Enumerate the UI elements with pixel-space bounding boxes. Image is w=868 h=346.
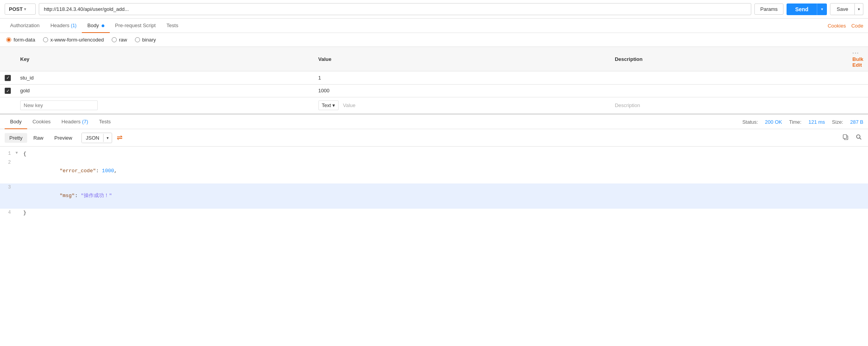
send-button-group: Send ▾ — [787, 3, 827, 15]
line-num-1: 1 — [0, 150, 16, 157]
time-value: 121 ms — [808, 119, 825, 125]
body-type-row: form-data x-www-form-urlencoded raw bina… — [0, 33, 868, 47]
new-desc-placeholder: Description — [615, 102, 640, 108]
preview-button[interactable]: Preview — [50, 133, 77, 143]
wrap-icon[interactable]: ⇌ — [117, 133, 123, 142]
response-section: Body Cookies Headers (7) Tests Status: 2… — [0, 114, 868, 220]
line-content-2: "error_code": 1000, — [22, 159, 868, 183]
type-select-label: JSON — [82, 133, 103, 143]
tab-body[interactable]: Body — [82, 19, 109, 33]
svg-rect-1 — [843, 135, 847, 138]
method-chevron-icon: ▾ — [24, 7, 26, 11]
urlencoded-radio[interactable]: x-www-form-urlencoded — [43, 37, 104, 43]
type-dropdown-icon: ▾ — [332, 102, 335, 108]
save-dropdown-button[interactable]: ▾ — [855, 3, 863, 15]
line-content-1: { — [22, 150, 868, 158]
line-content-3: "msg": "操作成功！" — [22, 184, 868, 208]
dots-col-header: ··· Bulk Edit — [848, 47, 868, 71]
status-label: Status: — [742, 119, 758, 125]
dots-icon[interactable]: ··· — [852, 50, 859, 56]
send-button[interactable]: Send — [787, 3, 817, 15]
params-button[interactable]: Params — [754, 3, 783, 15]
top-bar: POST ▾ Params Send ▾ Save ▾ — [0, 0, 868, 19]
row1-checkbox[interactable] — [5, 75, 11, 81]
raw-radio[interactable]: raw — [112, 37, 127, 43]
value-col-header: Value — [314, 47, 610, 71]
tab-authorization[interactable]: Authorization — [5, 19, 45, 33]
new-value-placeholder: Value — [343, 102, 355, 108]
method-label: POST — [9, 6, 22, 12]
line-num-2: 2 — [0, 159, 16, 166]
tab-tests[interactable]: Tests — [161, 19, 183, 33]
row2-extra-cell — [848, 84, 868, 97]
time-label: Time: — [789, 119, 801, 125]
type-select-group: JSON ▾ — [81, 133, 112, 143]
save-button-group: Save ▾ — [830, 3, 863, 15]
key-col-header: Key — [16, 47, 314, 71]
size-value: 287 B — [850, 119, 863, 125]
raw-button[interactable]: Raw — [29, 133, 48, 143]
url-input[interactable] — [39, 3, 751, 15]
new-extra-cell — [848, 97, 868, 114]
line-toggle-1[interactable]: ▼ — [16, 150, 22, 156]
desc-col-header: Description — [610, 47, 848, 71]
type-dropdown[interactable]: Text ▾ — [318, 100, 339, 110]
send-dropdown-button[interactable]: ▾ — [817, 3, 827, 15]
table-row: stu_id 1 — [0, 71, 868, 85]
table-row: gold 1000 — [0, 84, 868, 97]
status-value: 200 OK — [765, 119, 782, 125]
row2-key-cell[interactable]: gold — [16, 84, 314, 97]
row1-key-cell[interactable]: stu_id — [16, 71, 314, 85]
resp-tab-tests[interactable]: Tests — [93, 115, 116, 129]
new-key-cell[interactable] — [16, 97, 314, 114]
new-row-checkbox-cell — [0, 97, 16, 114]
size-label: Size: — [832, 119, 843, 125]
search-icon[interactable] — [854, 132, 863, 143]
resp-tab-cookies[interactable]: Cookies — [27, 115, 56, 129]
pretty-button[interactable]: Pretty — [5, 133, 27, 143]
params-table: Key Value Description ··· Bulk Edit stu_… — [0, 47, 868, 114]
row2-desc-cell[interactable] — [610, 84, 848, 97]
checkbox-col-header — [0, 47, 16, 71]
line-content-4: } — [22, 209, 868, 217]
right-links: Cookies Code — [828, 23, 863, 29]
row2-checkbox-cell — [0, 84, 16, 97]
method-select[interactable]: POST ▾ — [5, 3, 36, 15]
tab-headers[interactable]: Headers (1) — [45, 19, 82, 33]
code-link[interactable]: Code — [851, 23, 863, 29]
new-desc-cell: Description — [610, 97, 848, 114]
line-num-4: 4 — [0, 209, 16, 216]
right-icons — [841, 132, 863, 143]
response-body-toolbar: Pretty Raw Preview JSON ▾ ⇌ — [0, 129, 868, 147]
status-info: Status: 200 OK Time: 121 ms Size: 287 B — [742, 119, 863, 125]
binary-radio[interactable]: binary — [135, 37, 156, 43]
new-key-row: Text ▾ Value Description — [0, 97, 868, 114]
new-key-input[interactable] — [20, 100, 98, 110]
code-line-3: 3 "msg": "操作成功！" — [0, 183, 868, 208]
row2-checkbox[interactable] — [5, 88, 11, 94]
save-button[interactable]: Save — [830, 3, 855, 15]
code-line-2: 2 "error_code": 1000, — [0, 159, 868, 183]
request-tabs: Authorization Headers (1) Body Pre-reque… — [0, 19, 868, 33]
code-line-4: 4 } — [0, 209, 868, 218]
code-line-1: 1 ▼ { — [0, 150, 868, 159]
resp-tab-headers[interactable]: Headers (7) — [56, 115, 94, 129]
row1-desc-cell[interactable] — [610, 71, 848, 85]
tab-pre-request[interactable]: Pre-request Script — [110, 19, 161, 33]
code-area: 1 ▼ { 2 "error_code": 1000, 3 "msg": "操作… — [0, 147, 868, 220]
row1-extra-cell — [848, 71, 868, 85]
resp-tab-body[interactable]: Body — [5, 115, 27, 129]
new-type-value-cell: Text ▾ Value — [314, 97, 610, 114]
line-num-3: 3 — [0, 184, 16, 191]
row1-checkbox-cell — [0, 71, 16, 85]
resp-headers-badge: (7) — [82, 119, 88, 125]
bulk-edit-button[interactable]: Bulk Edit — [852, 56, 863, 68]
cookies-link[interactable]: Cookies — [828, 23, 846, 29]
svg-line-3 — [860, 138, 861, 140]
row1-value-cell[interactable]: 1 — [314, 71, 610, 85]
body-dot-indicator — [102, 24, 104, 27]
copy-icon[interactable] — [841, 132, 850, 143]
type-select-arrow-icon[interactable]: ▾ — [103, 134, 112, 142]
form-data-radio[interactable]: form-data — [6, 37, 35, 43]
row2-value-cell[interactable]: 1000 — [314, 84, 610, 97]
